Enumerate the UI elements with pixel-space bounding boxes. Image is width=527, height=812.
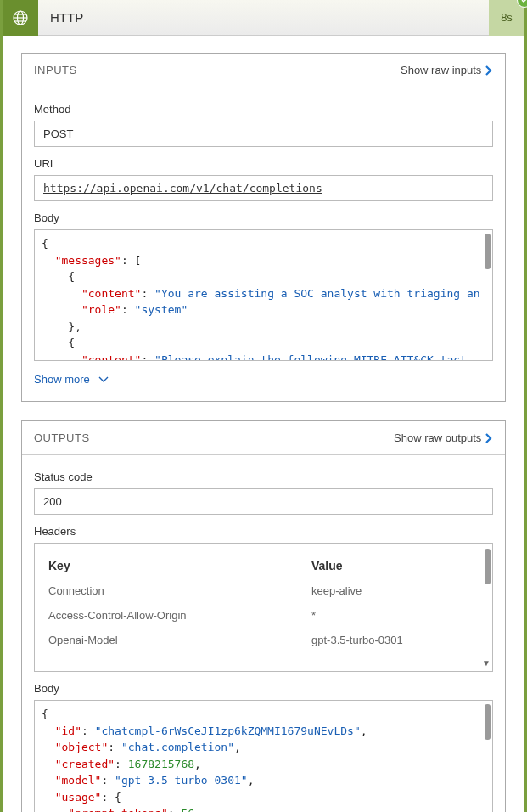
- show-raw-outputs-label: Show raw outputs: [394, 431, 481, 444]
- table-row: Access-Control-Allow-Origin *: [48, 609, 479, 622]
- header-val-1: *: [311, 609, 316, 622]
- uri-label: URI: [34, 157, 493, 170]
- method-label: Method: [34, 103, 493, 116]
- inputs-body-label: Body: [34, 211, 493, 224]
- resp-created: 1678215768: [128, 758, 194, 770]
- headers-col-value: Value: [311, 559, 343, 572]
- table-row: Openai-Model gpt-3.5-turbo-0301: [48, 634, 479, 646]
- http-icon: [3, 0, 38, 36]
- msg1-content: Please explain the following MITRE ATT&C…: [161, 353, 467, 362]
- status-label: Status code: [34, 471, 493, 483]
- chevron-right-icon: [485, 432, 493, 444]
- header-key-2: Openai-Model: [48, 634, 311, 646]
- headers-col-key: Key: [48, 559, 311, 572]
- headers-header-row: Key Value: [48, 559, 479, 572]
- outputs-title: OUTPUTS: [34, 431, 90, 444]
- msg0-content: You are assisting a SOC analyst with tri…: [161, 287, 480, 300]
- inputs-header: INPUTS Show raw inputs: [22, 54, 505, 87]
- inputs-body-box[interactable]: { "messages": [ { "content": "You are as…: [34, 229, 493, 361]
- method-input[interactable]: [34, 121, 493, 147]
- table-row: Connection keep-alive: [48, 584, 479, 597]
- headers-label: Headers: [34, 525, 493, 538]
- uri-input[interactable]: [34, 175, 493, 201]
- scrollbar-vertical[interactable]: [485, 234, 491, 269]
- inputs-card: INPUTS Show raw inputs Method URI Body {…: [21, 53, 506, 402]
- resp-object: chat.completion: [128, 741, 227, 753]
- outputs-body-box[interactable]: { "id": "chatcmpl-6rWsCeJI1zp6kZQMMI1679…: [34, 700, 493, 812]
- scrollbar-vertical[interactable]: [485, 549, 491, 584]
- action-title: HTTP: [38, 10, 489, 25]
- resp-prompt-tokens: 56: [181, 807, 194, 812]
- chevron-right-icon: [485, 65, 493, 76]
- outputs-body-label: Body: [34, 682, 493, 695]
- status-code-input[interactable]: [34, 488, 493, 515]
- show-raw-inputs-label: Show raw inputs: [401, 64, 481, 76]
- show-raw-outputs-link[interactable]: Show raw outputs: [394, 431, 493, 444]
- action-body: INPUTS Show raw inputs Method URI Body {…: [3, 36, 524, 812]
- show-more-label: Show more: [34, 373, 90, 386]
- header-val-0: keep-alive: [311, 584, 362, 597]
- header-key-1: Access-Control-Allow-Origin: [48, 609, 311, 622]
- inputs-title: INPUTS: [34, 64, 77, 76]
- outputs-header: OUTPUTS Show raw outputs: [22, 421, 505, 455]
- scroll-down-icon[interactable]: ▼: [482, 658, 491, 668]
- resp-id: chatcmpl-6rWsCeJI1zp6kZQMMI1679uNEvLDs: [101, 725, 353, 737]
- http-action-container: HTTP 8s INPUTS Show raw inputs Method UR…: [0, 0, 527, 812]
- header-val-2: gpt-3.5-turbo-0301: [311, 634, 403, 646]
- chevron-down-icon: [98, 376, 109, 383]
- scrollbar-vertical[interactable]: [485, 704, 491, 740]
- action-header[interactable]: HTTP 8s: [3, 0, 524, 36]
- outputs-card: OUTPUTS Show raw outputs Status code Hea…: [21, 420, 506, 812]
- show-more-link[interactable]: Show more: [34, 361, 493, 389]
- headers-table: Key Value Connection keep-alive Access-C…: [34, 543, 493, 672]
- outputs-body-code: { "id": "chatcmpl-6rWsCeJI1zp6kZQMMI1679…: [35, 701, 492, 812]
- show-raw-inputs-link[interactable]: Show raw inputs: [401, 64, 493, 76]
- inputs-body-code: { "messages": [ { "content": "You are as…: [35, 230, 492, 361]
- resp-model: gpt-3.5-turbo-0301: [121, 774, 241, 787]
- header-key-0: Connection: [48, 584, 311, 597]
- msg0-role: system: [141, 303, 181, 316]
